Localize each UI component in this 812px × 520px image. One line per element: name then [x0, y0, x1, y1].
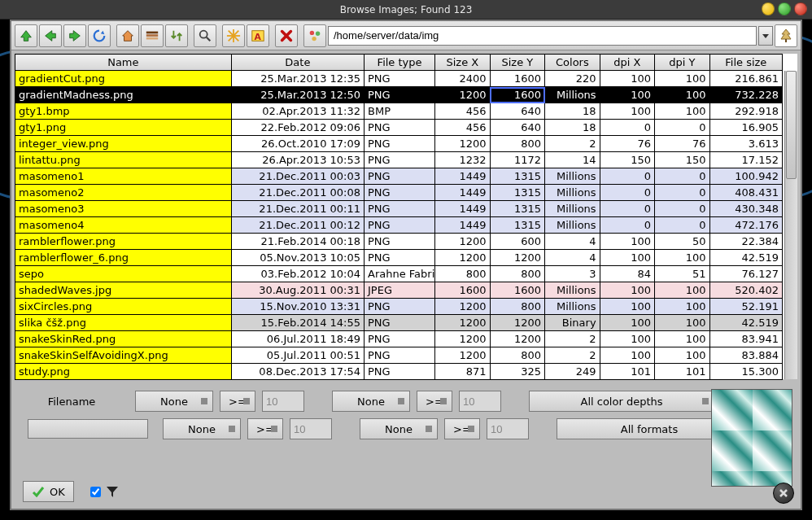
table-cell: shadedWaves.jpg [15, 282, 232, 299]
svg-point-13 [312, 36, 316, 40]
table-row[interactable]: masomeno321.Dec.2011 00:11PNG14491315Mil… [15, 201, 783, 217]
filter-checkbox[interactable] [90, 487, 101, 497]
minimize-button[interactable] [762, 2, 775, 15]
table-row[interactable]: sepo03.Feb.2012 10:04Arahne Fabric800800… [15, 266, 783, 282]
table-row[interactable]: shadedWaves.jpg30.Aug.2011 00:31JPEG1600… [15, 282, 783, 299]
table-cell: 18 [545, 103, 600, 120]
table-row[interactable]: lintattu.png26.Apr.2013 10:53PNG12321172… [15, 152, 783, 168]
filter3-op-combo[interactable]: >= [247, 418, 283, 439]
table-row[interactable]: ramblerflower_6.png05.Nov.2013 10:05PNG1… [15, 250, 783, 266]
effects-button[interactable] [303, 24, 326, 47]
close-button[interactable] [794, 2, 807, 15]
svg-rect-14 [785, 39, 787, 42]
filter3-field-combo[interactable]: None [163, 418, 241, 439]
table-cell: 292.918 [709, 103, 782, 120]
table-cell: slika čšž.png [15, 315, 232, 331]
filter3-value[interactable] [290, 418, 332, 439]
table-row[interactable]: snakeSkinSelfAvoidingX.png05.Jul.2011 00… [15, 347, 783, 364]
table-row[interactable]: slika čšž.png15.Feb.2014 14:55PNG1200120… [15, 315, 783, 331]
back-button[interactable] [39, 24, 62, 47]
forward-button[interactable] [63, 24, 86, 47]
scrollbar-thumb[interactable] [786, 71, 797, 179]
table-cell: 05.Jul.2011 00:51 [231, 347, 364, 364]
table-row[interactable]: sixCircles.png15.Nov.2010 13:31PNG120080… [15, 299, 783, 315]
table-cell: 216.861 [709, 71, 782, 87]
filter1-op-combo[interactable]: >= [220, 391, 255, 412]
column-header[interactable]: dpi X [600, 55, 655, 71]
filter2-field-combo[interactable]: None [332, 391, 410, 412]
table-row[interactable]: integer_view.png26.Oct.2010 17:09PNG1200… [15, 136, 783, 152]
zoom-button[interactable] [194, 24, 216, 47]
tree-button[interactable] [775, 24, 797, 47]
table-cell: 25.Mar.2013 12:35 [231, 71, 364, 87]
table-row[interactable]: masomeno421.Dec.2011 00:12PNG14491315Mil… [15, 217, 783, 234]
table-cell: 1449 [435, 201, 491, 217]
up-button[interactable] [15, 24, 37, 47]
table-cell: study.png [15, 364, 232, 380]
table-row[interactable]: masomeno221.Dec.2011 00:08PNG14491315Mil… [15, 185, 783, 201]
column-header[interactable]: Size Y [490, 55, 545, 71]
table-cell: 50 [655, 234, 710, 250]
table-cell: 3 [545, 266, 600, 282]
toolbar: A [11, 21, 801, 50]
filter4-value[interactable] [487, 418, 529, 439]
table-row[interactable]: gty1.bmp02.Apr.2013 11:32BMP456640181001… [15, 103, 783, 120]
sort-button[interactable] [165, 24, 188, 47]
filter2-value[interactable] [459, 391, 501, 412]
filter1-value[interactable] [262, 391, 304, 412]
filter1-field-combo[interactable]: None [135, 391, 213, 412]
table-cell: 76 [655, 136, 710, 152]
path-dropdown[interactable] [758, 26, 773, 46]
table-cell: PNG [365, 120, 435, 136]
table-cell: 1315 [490, 185, 545, 201]
file-table: NameDateFile typeSize XSize YColorsdpi X… [15, 54, 783, 380]
table-row[interactable]: gradientMadness.png25.Mar.2013 12:50PNG1… [15, 87, 783, 103]
column-header[interactable]: Size X [435, 55, 491, 71]
table-row[interactable]: gty1.png22.Feb.2012 09:06PNG456640180016… [15, 120, 783, 136]
ok-button[interactable]: OK [23, 481, 74, 502]
column-header[interactable]: dpi Y [655, 55, 710, 71]
home-button[interactable] [116, 24, 139, 47]
filename-label: Filename [15, 395, 129, 408]
column-header[interactable]: File type [365, 55, 435, 71]
table-cell: 100 [655, 250, 710, 266]
filename-input[interactable] [28, 419, 148, 439]
column-header[interactable]: Colors [545, 55, 600, 71]
maximize-button[interactable] [778, 2, 791, 15]
vertical-scrollbar[interactable] [784, 71, 797, 379]
filter4-field-combo[interactable]: None [360, 418, 438, 439]
table-cell: 640 [490, 103, 545, 120]
table-row[interactable]: masomeno121.Dec.2011 00:03PNG14491315Mil… [15, 168, 783, 185]
filter2-op-combo[interactable]: >= [417, 391, 452, 412]
table-cell: Millions [545, 217, 600, 234]
delete-button[interactable] [275, 24, 298, 47]
table-cell: 408.431 [709, 185, 782, 201]
table-cell: Millions [545, 282, 600, 299]
filter-toggle[interactable] [90, 485, 119, 498]
table-cell: Binary [545, 315, 600, 331]
column-header[interactable]: Date [231, 55, 364, 71]
close-round-button[interactable] [773, 483, 794, 504]
starburst-button[interactable] [222, 24, 245, 47]
column-header[interactable]: File size [709, 55, 782, 71]
path-input[interactable] [328, 26, 757, 46]
table-cell: Millions [545, 201, 600, 217]
table-row[interactable]: ramblerflower.png21.Feb.2014 00:18PNG120… [15, 234, 783, 250]
table-cell: lintattu.png [15, 152, 232, 168]
column-header[interactable]: Name [15, 55, 232, 71]
palette-button[interactable] [141, 24, 164, 47]
filter4-op-combo[interactable]: >= [444, 418, 480, 439]
color-depth-combo[interactable]: All color depths [529, 391, 714, 412]
table-cell: 1200 [435, 315, 491, 331]
table-row[interactable]: gradientCut.png25.Mar.2013 12:35PNG24001… [15, 71, 783, 87]
table-row[interactable]: snakeSkinRed.png06.Jul.2011 18:49PNG1200… [15, 331, 783, 347]
table-cell: 456 [435, 120, 491, 136]
table-cell: Millions [545, 87, 600, 103]
refresh-button[interactable] [88, 24, 111, 47]
table-cell: 1200 [490, 331, 545, 347]
image-preview [711, 389, 792, 487]
text-color-button[interactable]: A [247, 24, 269, 47]
table-cell: 472.176 [709, 217, 782, 234]
table-row[interactable]: study.png08.Dec.2013 17:54PNG87132524910… [15, 364, 783, 380]
table-cell: Millions [545, 168, 600, 185]
